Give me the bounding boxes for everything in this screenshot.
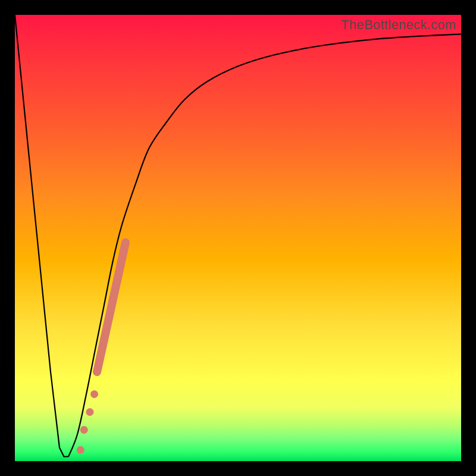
curve-left bbox=[15, 15, 68, 457]
marker-dot bbox=[77, 446, 84, 454]
chart-svg bbox=[15, 15, 461, 461]
marker-dot bbox=[86, 408, 94, 416]
marker-bar bbox=[97, 243, 126, 372]
chart-plot-area: TheBottleneck.com bbox=[15, 15, 461, 461]
marker-dot bbox=[90, 390, 98, 398]
marker-dot bbox=[80, 426, 88, 434]
chart-frame: TheBottleneck.com bbox=[0, 0, 476, 476]
